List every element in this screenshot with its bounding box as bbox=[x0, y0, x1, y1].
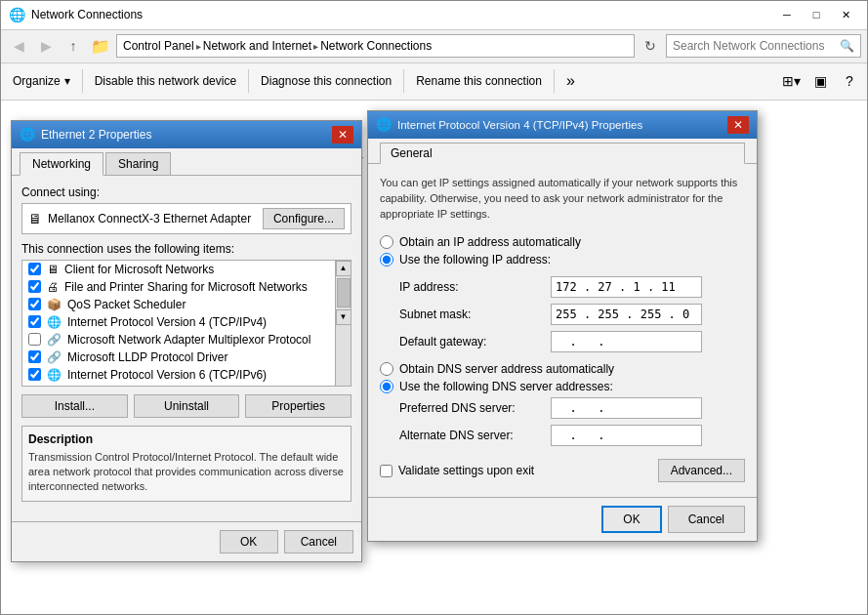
subnet-mask-row: Subnet mask: 255 . 255 . 255 . 0 bbox=[399, 304, 745, 325]
up-button[interactable]: ↑ bbox=[62, 34, 85, 58]
item-check-0[interactable] bbox=[28, 263, 41, 275]
back-button[interactable]: ◀ bbox=[7, 34, 30, 58]
path-sep-1: ▸ bbox=[196, 41, 201, 52]
tcpip-tab-general[interactable]: General bbox=[380, 143, 745, 164]
eth2-ok-button[interactable]: OK bbox=[220, 530, 278, 554]
eth2-dialog-icon: 🌐 bbox=[20, 127, 35, 142]
address-path[interactable]: Control Panel ▸ Network and Internet ▸ N… bbox=[116, 34, 635, 58]
title-bar-controls: ─ □ ✕ bbox=[773, 5, 859, 24]
close-button[interactable]: ✕ bbox=[832, 5, 859, 24]
eth2-dialog-title-bar: 🌐 Ethernet 2 Properties ✕ bbox=[12, 121, 361, 148]
subnet-mask-field[interactable]: 255 . 255 . 255 . 0 bbox=[551, 304, 702, 325]
description-title: Description bbox=[28, 432, 345, 446]
path-sep-2: ▸ bbox=[313, 41, 318, 52]
search-box[interactable]: 🔍 bbox=[666, 34, 861, 58]
list-item-1[interactable]: 🖨File and Printer Sharing for Microsoft … bbox=[22, 278, 335, 296]
search-input[interactable] bbox=[673, 39, 836, 53]
item-icon-6: 🌐 bbox=[47, 368, 62, 382]
toolbar-separator-4 bbox=[554, 69, 555, 93]
list-item-6[interactable]: 🌐Internet Protocol Version 6 (TCP/IPv6) bbox=[22, 366, 335, 384]
configure-button[interactable]: Configure... bbox=[263, 208, 345, 229]
refresh-button[interactable]: ↻ bbox=[639, 34, 662, 58]
preferred-dns-row: Preferred DNS server: . . bbox=[399, 397, 745, 419]
install-uninstall-row: Install... Uninstall Properties bbox=[21, 394, 351, 418]
rename-button[interactable]: Rename this connection bbox=[408, 66, 550, 96]
auto-ip-row: Obtain an IP address automatically bbox=[380, 235, 745, 249]
alternate-dns-row: Alternate DNS server: . . bbox=[399, 425, 745, 446]
path-network-internet[interactable]: Network and Internet bbox=[203, 39, 311, 53]
ip-address-field[interactable]: 172 . 27 . 1 . 11 bbox=[551, 276, 702, 298]
toolbar-separator-3 bbox=[403, 69, 404, 93]
scroll-thumb[interactable] bbox=[337, 278, 351, 308]
diagnose-button[interactable]: Diagnose this connection bbox=[253, 66, 399, 96]
uninstall-button[interactable]: Uninstall bbox=[134, 394, 240, 418]
forward-button[interactable]: ▶ bbox=[34, 34, 58, 58]
alternate-dns-label: Alternate DNS server: bbox=[399, 429, 551, 442]
disable-network-button[interactable]: Disable this network device bbox=[87, 66, 244, 96]
tcpip-dialog-close-button[interactable]: ✕ bbox=[727, 116, 749, 134]
diagnose-label: Diagnose this connection bbox=[261, 74, 392, 88]
tcpip-dialog-icon: 🌐 bbox=[376, 117, 392, 132]
description-text: Transmission Control Protocol/Internet P… bbox=[28, 450, 345, 495]
use-ip-radio[interactable] bbox=[380, 253, 393, 266]
item-check-2[interactable] bbox=[28, 298, 41, 310]
item-check-1[interactable] bbox=[28, 280, 41, 293]
default-gateway-field[interactable]: . . bbox=[551, 331, 702, 352]
tcpip-dialog-title: Internet Protocol Version 4 (TCP/IPv4) P… bbox=[397, 119, 727, 131]
alternate-dns-field[interactable]: . . bbox=[551, 425, 702, 446]
pane-button[interactable]: ▣ bbox=[806, 67, 834, 95]
toolbar: Organize ▾ Disable this network device D… bbox=[1, 63, 867, 101]
list-item-3[interactable]: 🌐Internet Protocol Version 4 (TCP/IPv4) bbox=[22, 313, 335, 331]
item-check-6[interactable] bbox=[28, 368, 41, 381]
item-check-3[interactable] bbox=[28, 315, 41, 328]
scroll-down-arrow[interactable]: ▼ bbox=[336, 309, 351, 325]
default-gateway-value: . . bbox=[556, 335, 619, 348]
eth2-cancel-button[interactable]: Cancel bbox=[284, 530, 353, 554]
item-icon-5: 🔗 bbox=[47, 350, 62, 364]
connect-using-label: Connect using: bbox=[21, 185, 351, 199]
ip-address-value: 172 . 27 . 1 . 11 bbox=[556, 280, 676, 294]
use-dns-radio[interactable] bbox=[380, 380, 393, 393]
toolbar-separator-2 bbox=[248, 69, 249, 93]
eth2-dialog-title: Ethernet 2 Properties bbox=[41, 128, 332, 142]
auto-ip-radio[interactable] bbox=[380, 235, 393, 249]
items-scrollbar[interactable]: ▲ ▼ bbox=[335, 261, 351, 386]
maximize-button[interactable]: □ bbox=[803, 5, 830, 24]
path-network-connections[interactable]: Network Connections bbox=[320, 39, 432, 53]
properties-button[interactable]: Properties bbox=[245, 394, 351, 418]
adapter-name: Mellanox ConnectX-3 Ethernet Adapter bbox=[48, 212, 251, 226]
minimize-button[interactable]: ─ bbox=[773, 5, 801, 24]
adapter-row: 🖥 Mellanox ConnectX-3 Ethernet Adapter C… bbox=[21, 203, 351, 234]
ip-fields: IP address: 172 . 27 . 1 . 11 Subnet mas… bbox=[399, 276, 745, 352]
adapter-icon: 🖥 bbox=[28, 211, 42, 226]
tab-sharing[interactable]: Sharing bbox=[105, 152, 171, 175]
eth2-dialog-close-button[interactable]: ✕ bbox=[332, 126, 353, 144]
advanced-button[interactable]: Advanced... bbox=[658, 459, 745, 482]
list-item-0[interactable]: 🖥Client for Microsoft Networks bbox=[22, 261, 335, 278]
auto-dns-radio[interactable] bbox=[380, 362, 393, 376]
more-button[interactable]: » bbox=[558, 66, 583, 96]
preferred-dns-field[interactable]: . . bbox=[551, 397, 702, 419]
item-label-6: Internet Protocol Version 6 (TCP/IPv6) bbox=[67, 368, 267, 382]
list-item-2[interactable]: 📦QoS Packet Scheduler bbox=[22, 296, 335, 313]
item-check-5[interactable] bbox=[28, 350, 41, 363]
scroll-up-arrow[interactable]: ▲ bbox=[336, 261, 351, 276]
tcpip-cancel-button[interactable]: Cancel bbox=[668, 506, 745, 533]
tcpip-ok-button[interactable]: OK bbox=[601, 506, 661, 533]
item-label-0: Client for Microsoft Networks bbox=[64, 263, 214, 276]
item-check-4[interactable] bbox=[28, 333, 41, 346]
more-label: » bbox=[566, 72, 575, 90]
install-button[interactable]: Install... bbox=[21, 394, 128, 418]
path-control-panel[interactable]: Control Panel bbox=[123, 39, 194, 53]
help-button[interactable]: ? bbox=[836, 67, 863, 95]
view-button[interactable]: ⊞▾ bbox=[777, 67, 805, 95]
validate-checkbox[interactable] bbox=[380, 465, 393, 477]
ip-address-label: IP address: bbox=[399, 280, 551, 294]
dns-section: Obtain DNS server address automatically … bbox=[380, 362, 745, 446]
use-ip-row: Use the following IP address: bbox=[380, 253, 745, 266]
list-item-4[interactable]: 🔗Microsoft Network Adapter Multiplexor P… bbox=[22, 331, 335, 348]
list-item-5[interactable]: 🔗Microsoft LLDP Protocol Driver bbox=[22, 348, 335, 366]
organize-button[interactable]: Organize ▾ bbox=[5, 66, 78, 96]
tab-networking[interactable]: Networking bbox=[20, 152, 103, 176]
validate-row: Validate settings upon exit bbox=[380, 464, 534, 477]
